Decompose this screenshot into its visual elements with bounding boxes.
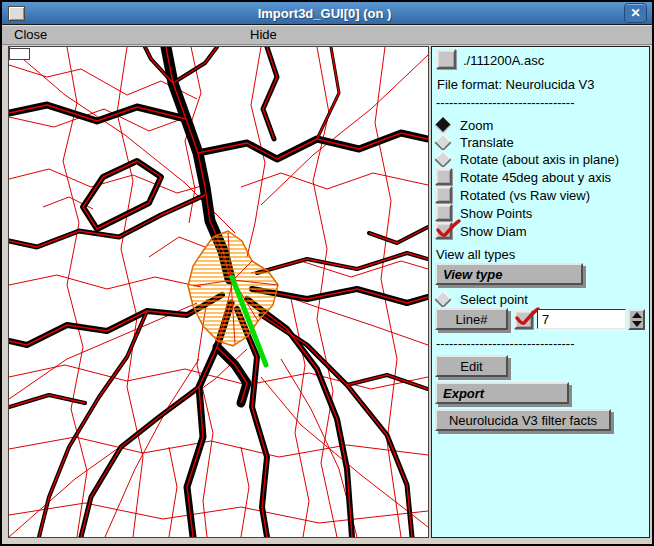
separator: -------------------------------- <box>436 340 596 348</box>
file-checkbox[interactable] <box>436 49 456 69</box>
window-menu-button[interactable] <box>8 6 25 21</box>
line-number-input[interactable] <box>537 309 626 329</box>
file-format-label: File format: Neurolucida V3 <box>437 77 595 92</box>
checkbox-show-points-label: Show Points <box>460 206 532 221</box>
checkbox-show-diam-label: Show Diam <box>460 224 526 239</box>
radio-zoom[interactable]: Zoom <box>435 117 493 133</box>
radio-diamond-selected-icon <box>435 117 451 133</box>
window-title: Import3d_GUI[0] (on ) <box>25 6 624 21</box>
neuron-morphology-drawing <box>9 47 428 537</box>
menu-item-close[interactable]: Close <box>10 27 51 42</box>
line-number-checkbox[interactable] <box>514 310 533 329</box>
line-number-stepper[interactable] <box>628 309 645 330</box>
view-type-button[interactable]: View type <box>435 263 583 285</box>
red-checkmark-icon <box>435 217 461 239</box>
checkbox-rotate-45deg[interactable] <box>435 168 452 185</box>
up-down-arrows-icon <box>631 312 643 327</box>
checkbox-show-diam[interactable] <box>435 222 452 239</box>
graph-menu-box <box>10 49 30 60</box>
import3d-gui-window: Import3d_GUI[0] (on ) ✕ Close Hide <box>0 0 654 546</box>
graph-canvas[interactable] <box>8 46 429 538</box>
checkbox-rotate-45deg-label: Rotate 45deg about y axis <box>460 170 611 185</box>
line-number-button[interactable]: Line# <box>435 308 508 330</box>
radio-rotate-label: Rotate (about axis in plane) <box>460 152 619 167</box>
soma-outline <box>188 231 278 346</box>
control-panel: ./111200A.asc File format: Neurolucida V… <box>431 46 650 538</box>
separator: -------------------------------- <box>436 99 596 107</box>
close-window-button[interactable]: ✕ <box>624 3 647 23</box>
radio-rotate[interactable]: Rotate (about axis in plane) <box>435 151 619 167</box>
radio-diamond-icon <box>435 151 451 167</box>
export-button[interactable]: Export <box>435 382 569 404</box>
menu-item-hide[interactable]: Hide <box>246 27 281 42</box>
title-bar: Import3d_GUI[0] (on ) ✕ <box>2 2 652 24</box>
edit-button[interactable]: Edit <box>435 355 508 377</box>
filter-facts-button[interactable]: Neurolucida V3 filter facts <box>435 409 611 431</box>
menu-bar: Close Hide <box>2 24 652 45</box>
file-name-label: ./111200A.asc <box>463 53 544 68</box>
radio-diamond-icon <box>435 291 451 307</box>
view-all-types-label: View all types <box>436 247 515 262</box>
radio-translate[interactable]: Translate <box>435 134 514 150</box>
radio-translate-label: Translate <box>460 135 514 150</box>
radio-diamond-icon <box>435 134 451 150</box>
radio-zoom-label: Zoom <box>460 118 493 133</box>
checkbox-rotated-vs-raw-label: Rotated (vs Raw view) <box>460 188 590 203</box>
checkbox-rotated-vs-raw[interactable] <box>435 186 452 203</box>
